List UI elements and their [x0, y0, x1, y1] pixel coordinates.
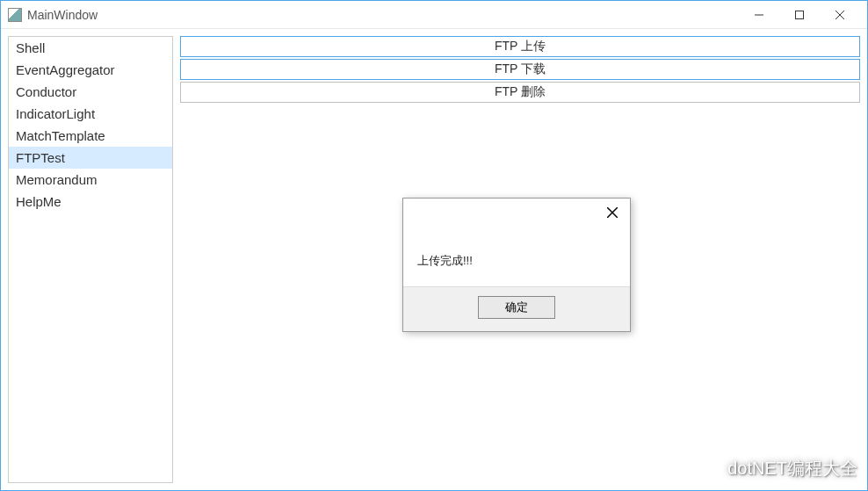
minimize-button[interactable]: [739, 2, 779, 28]
titlebar: MainWindow: [1, 1, 867, 29]
window-controls: [739, 2, 860, 28]
action-button-0[interactable]: FTP 上传: [180, 36, 860, 57]
sidebar: ShellEventAggregatorConductorIndicatorLi…: [8, 36, 173, 483]
dialog-header: [403, 199, 630, 227]
sidebar-item-eventaggregator[interactable]: EventAggregator: [9, 59, 172, 81]
maximize-icon: [795, 11, 804, 19]
message-dialog: 上传完成!!! 确定: [402, 198, 631, 332]
dialog-message: 上传完成!!!: [403, 227, 630, 286]
sidebar-item-conductor[interactable]: Conductor: [9, 81, 172, 103]
sidebar-item-indicatorlight[interactable]: IndicatorLight: [9, 103, 172, 125]
sidebar-item-memorandum[interactable]: Memorandum: [9, 169, 172, 191]
dialog-footer: 确定: [403, 286, 630, 331]
maximize-button[interactable]: [779, 2, 820, 28]
window-title: MainWindow: [27, 8, 739, 22]
action-button-1[interactable]: FTP 下载: [180, 59, 860, 80]
app-icon: [8, 8, 22, 22]
close-icon: [607, 207, 618, 218]
sidebar-item-ftptest[interactable]: FTPTest: [9, 147, 172, 169]
sidebar-item-matchtemplate[interactable]: MatchTemplate: [9, 125, 172, 147]
sidebar-item-shell[interactable]: Shell: [9, 37, 172, 59]
dialog-ok-button[interactable]: 确定: [478, 296, 555, 319]
dialog-close-button[interactable]: [604, 204, 621, 221]
action-button-2[interactable]: FTP 删除: [180, 82, 860, 103]
sidebar-item-helpme[interactable]: HelpMe: [9, 191, 172, 213]
svg-rect-1: [796, 11, 804, 18]
close-icon: [835, 11, 844, 19]
close-button[interactable]: [820, 2, 860, 28]
minimize-icon: [755, 11, 763, 19]
